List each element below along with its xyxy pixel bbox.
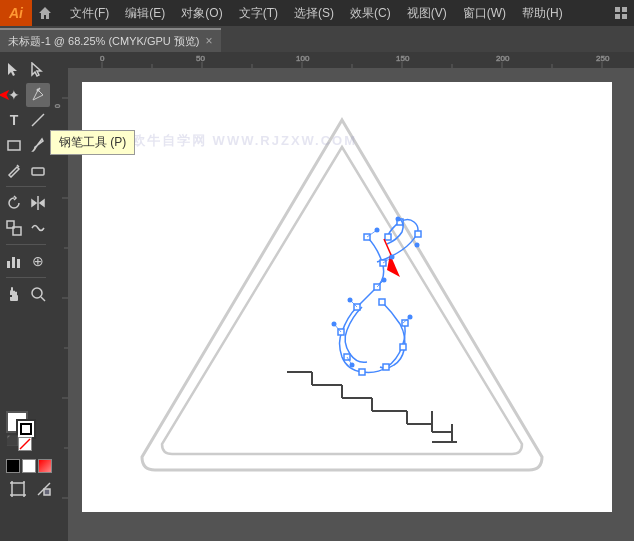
- home-button[interactable]: [32, 0, 58, 26]
- menu-window[interactable]: 窗口(W): [455, 0, 514, 26]
- color-swatches: [6, 459, 52, 473]
- svg-rect-17: [7, 261, 10, 268]
- svg-text:200: 200: [496, 54, 510, 63]
- svg-point-104: [415, 243, 420, 248]
- warp-tool[interactable]: [26, 216, 50, 240]
- svg-rect-4: [622, 14, 627, 19]
- canvas-area[interactable]: 0 50 100 150 200 250 0: [52, 52, 634, 541]
- left-toolbar: 钢笔工具 (P) ✦ ➤: [0, 52, 52, 541]
- svg-rect-82: [383, 364, 389, 370]
- svg-rect-11: [32, 168, 44, 175]
- svg-text:0: 0: [54, 104, 61, 108]
- svg-point-97: [375, 228, 380, 233]
- menu-text[interactable]: 文字(T): [231, 0, 286, 26]
- white-swatch[interactable]: [22, 459, 36, 473]
- svg-rect-23: [12, 483, 24, 495]
- graph-tool[interactable]: [2, 249, 26, 273]
- direct-select-tool[interactable]: [26, 58, 50, 82]
- menu-select[interactable]: 选择(S): [286, 0, 342, 26]
- eraser-tool[interactable]: [26, 158, 50, 182]
- svg-point-105: [396, 217, 401, 222]
- svg-point-20: [32, 288, 42, 298]
- svg-text:0: 0: [100, 54, 105, 63]
- active-tab[interactable]: 未标题-1 @ 68.25% (CMYK/GPU 预览) ×: [0, 28, 221, 52]
- svg-point-98: [390, 255, 395, 260]
- tab-close-icon[interactable]: ×: [205, 34, 212, 48]
- main-layout: 钢笔工具 (P) ✦ ➤: [0, 52, 634, 541]
- svg-rect-2: [622, 7, 627, 12]
- rotate-tool[interactable]: [2, 191, 26, 215]
- svg-point-102: [350, 363, 355, 368]
- svg-rect-1: [615, 7, 620, 12]
- menu-view[interactable]: 视图(V): [399, 0, 455, 26]
- svg-rect-32: [52, 52, 634, 68]
- svg-line-21: [41, 297, 45, 301]
- pen-tool[interactable]: ➤: [26, 83, 50, 107]
- document-canvas[interactable]: 欧牛自学网 WWW.RJZXW.COM: [82, 82, 612, 512]
- svg-point-99: [382, 278, 387, 283]
- svg-marker-0: [39, 7, 51, 19]
- svg-marker-13: [32, 200, 36, 206]
- menu-bar: Ai 文件(F) 编辑(E) 对象(O) 文字(T) 选择(S) 效果(C) 视…: [0, 0, 634, 26]
- grid-view-button[interactable]: [608, 0, 634, 26]
- line-tool[interactable]: [26, 108, 50, 132]
- pencil-tool[interactable]: [2, 158, 26, 182]
- svg-point-7: [37, 89, 40, 92]
- svg-point-100: [348, 298, 353, 303]
- extra-tools: [6, 477, 56, 501]
- zoom-tool[interactable]: [26, 282, 50, 306]
- symbol-tool[interactable]: ⊕: [26, 249, 50, 273]
- svg-rect-81: [359, 369, 365, 375]
- menu-edit[interactable]: 编辑(E): [117, 0, 173, 26]
- svg-rect-87: [385, 234, 391, 240]
- svg-marker-14: [40, 200, 44, 206]
- svg-rect-50: [52, 68, 68, 541]
- svg-rect-83: [400, 344, 406, 350]
- hand-tool[interactable]: [2, 282, 26, 306]
- svg-rect-31: [44, 489, 50, 495]
- svg-marker-6: [32, 63, 41, 76]
- scale-tool[interactable]: [2, 216, 26, 240]
- menu-object[interactable]: 对象(O): [173, 0, 230, 26]
- window-controls: [608, 0, 634, 26]
- svg-rect-18: [12, 257, 15, 268]
- color-swatch[interactable]: [38, 459, 52, 473]
- svg-text:100: 100: [296, 54, 310, 63]
- default-colors-icon[interactable]: ⬛: [6, 435, 18, 446]
- rect-tool[interactable]: [2, 133, 26, 157]
- svg-rect-19: [17, 259, 20, 268]
- menu-file[interactable]: 文件(F): [62, 0, 117, 26]
- reflect-tool[interactable]: [26, 191, 50, 215]
- svg-rect-3: [615, 14, 620, 19]
- tab-bar: 未标题-1 @ 68.25% (CMYK/GPU 预览) ×: [0, 26, 634, 52]
- menu-items: 文件(F) 编辑(E) 对象(O) 文字(T) 选择(S) 效果(C) 视图(V…: [58, 0, 571, 26]
- ruler-vertical: 0: [52, 68, 68, 541]
- svg-text:150: 150: [396, 54, 410, 63]
- sign-illustration: [122, 102, 562, 482]
- brush-tool[interactable]: [26, 133, 50, 157]
- artboard-tool[interactable]: [6, 477, 30, 501]
- tab-title: 未标题-1 @ 68.25% (CMYK/GPU 预览): [8, 34, 199, 49]
- menu-effect[interactable]: 效果(C): [342, 0, 399, 26]
- svg-rect-9: [8, 141, 20, 150]
- type-tool[interactable]: T: [2, 108, 26, 132]
- none-color-icon[interactable]: [18, 437, 32, 451]
- svg-marker-5: [8, 63, 17, 76]
- svg-rect-85: [415, 231, 421, 237]
- svg-line-8: [32, 114, 44, 126]
- svg-rect-78: [379, 299, 385, 305]
- svg-point-103: [408, 315, 413, 320]
- svg-point-101: [332, 322, 337, 327]
- ruler-horizontal: 0 50 100 150 200 250: [52, 52, 634, 68]
- app-logo: Ai: [0, 0, 32, 26]
- menu-help[interactable]: 帮助(H): [514, 0, 571, 26]
- stroke-color[interactable]: [16, 419, 36, 439]
- select-tool[interactable]: [2, 58, 26, 82]
- black-swatch[interactable]: [6, 459, 20, 473]
- svg-text:250: 250: [596, 54, 610, 63]
- svg-line-22: [20, 439, 30, 449]
- svg-text:50: 50: [196, 54, 205, 63]
